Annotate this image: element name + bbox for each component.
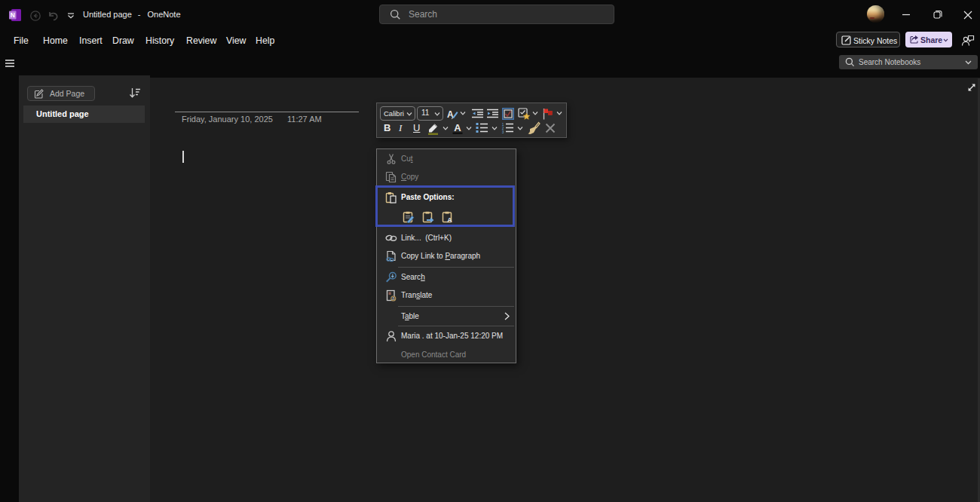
svg-text:3: 3 [502,130,504,133]
svg-text:A: A [454,122,461,133]
svg-text:a: a [392,295,395,301]
svg-text:A: A [447,216,452,223]
svg-text:N: N [11,11,15,19]
